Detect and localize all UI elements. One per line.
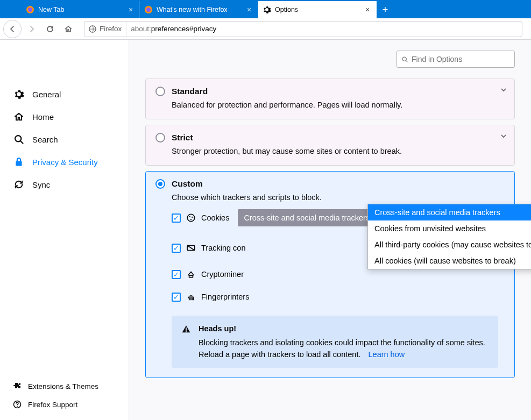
- panel-custom: Custom Choose which trackers and scripts…: [145, 171, 515, 378]
- check-label: Tracking con: [201, 244, 245, 252]
- lock-icon: [13, 156, 25, 168]
- close-icon[interactable]: ×: [363, 5, 372, 14]
- panel-title: Standard: [172, 87, 208, 96]
- row-cryptominers: ✓ Cryptominer: [172, 269, 505, 279]
- identity-label: Firefox: [100, 25, 122, 33]
- sidebar-footer-label: Firefox Support: [28, 401, 77, 409]
- panel-title: Custom: [172, 179, 203, 189]
- svg-point-5: [15, 136, 21, 141]
- reload-button[interactable]: [42, 21, 58, 37]
- tab-options[interactable]: Options ×: [258, 1, 377, 18]
- fingerprint-icon: [186, 292, 196, 302]
- sidebar-item-privacy[interactable]: Privacy & Security: [0, 151, 129, 173]
- chevron-down-icon[interactable]: [500, 133, 507, 139]
- dropdown-item[interactable]: Cookies from unvisited websites: [368, 220, 531, 237]
- sidebar-label: General: [32, 90, 61, 99]
- chevron-down-icon[interactable]: [500, 87, 507, 93]
- tab-label: Options: [275, 6, 363, 13]
- tab-strip: New Tab × What's new with Firefox × Opti…: [0, 0, 531, 18]
- tab-whatsnew[interactable]: What's new with Firefox ×: [140, 1, 258, 18]
- tab-label: New Tab: [38, 6, 126, 13]
- dropdown-item[interactable]: Cross-site and social media trackers: [368, 204, 531, 220]
- sidebar-support[interactable]: Firefox Support: [0, 395, 129, 414]
- url-bar[interactable]: Firefox about:preferences#privacy: [84, 21, 522, 37]
- svg-point-3: [146, 8, 151, 12]
- sidebar-label: Sync: [32, 180, 50, 189]
- nav-toolbar: Firefox about:preferences#privacy: [0, 18, 531, 40]
- checkbox-fingerprint[interactable]: ✓: [172, 293, 181, 302]
- panel-standard[interactable]: Standard Balanced for protection and per…: [145, 79, 515, 119]
- sidebar-item-search[interactable]: Search: [0, 128, 129, 151]
- svg-point-11: [192, 217, 193, 218]
- search-icon: [13, 133, 25, 145]
- alert-title: Heads up!: [199, 323, 488, 335]
- content-area: General Home Search Privacy & Security S…: [0, 40, 531, 420]
- gear-icon: [263, 5, 271, 14]
- panel-title: Strict: [172, 133, 193, 143]
- learn-link[interactable]: Learn how: [369, 350, 405, 359]
- sidebar-footer-label: Extensions & Themes: [28, 382, 98, 390]
- radio-custom[interactable]: [155, 179, 165, 189]
- panel-desc: Choose which trackers and scripts to blo…: [172, 193, 505, 202]
- dropdown-item[interactable]: All third-party cookies (may cause websi…: [368, 237, 531, 253]
- checkbox-cookies[interactable]: ✓: [172, 213, 181, 223]
- firefox-icon: [26, 5, 34, 14]
- check-label: Fingerprinters: [201, 293, 249, 301]
- sidebar-item-home[interactable]: Home: [0, 105, 129, 128]
- sidebar: General Home Search Privacy & Security S…: [0, 40, 129, 420]
- home-button[interactable]: [60, 21, 76, 37]
- tab-label: What's new with Firefox: [157, 6, 245, 13]
- panel-desc: Stronger protection, but may cause some …: [172, 147, 505, 155]
- panel-desc: Balanced for protection and performance.…: [172, 101, 505, 109]
- alert-headsup: Heads up! Blocking trackers and isolatin…: [172, 316, 498, 368]
- close-icon[interactable]: ×: [126, 5, 135, 14]
- options-search-input[interactable]: [412, 55, 510, 63]
- search-icon: [401, 56, 408, 63]
- alert-body: Blocking trackers and isolating cookies …: [199, 338, 485, 359]
- select-value: Cross-site and social media trackers: [244, 213, 370, 222]
- radio-standard[interactable]: [155, 87, 165, 96]
- cookies-dropdown: Cross-site and social media trackers Coo…: [367, 204, 531, 269]
- sync-icon: [13, 179, 25, 190]
- back-button[interactable]: [3, 20, 22, 38]
- identity-box[interactable]: Firefox: [84, 22, 126, 37]
- cookie-icon: [186, 213, 196, 223]
- warning-icon: [181, 324, 191, 360]
- options-search[interactable]: [397, 51, 515, 68]
- svg-point-10: [189, 216, 190, 217]
- check-label: Cryptominer: [201, 270, 244, 279]
- svg-rect-6: [16, 161, 22, 166]
- crypto-icon: [186, 269, 196, 279]
- panel-strict[interactable]: Strict Stronger protection, but may caus…: [145, 125, 515, 166]
- home-icon: [13, 111, 25, 123]
- sidebar-item-sync[interactable]: Sync: [0, 173, 129, 196]
- dropdown-item[interactable]: All cookies (will cause websites to brea…: [368, 253, 531, 269]
- tracking-icon: [186, 243, 196, 253]
- svg-point-8: [402, 57, 406, 61]
- firefox-icon: [144, 5, 153, 14]
- forward-button[interactable]: [24, 21, 40, 37]
- new-tab-button[interactable]: +: [377, 1, 394, 18]
- row-fingerprinters: ✓ Fingerprinters: [172, 292, 505, 302]
- gear-icon: [13, 88, 25, 100]
- svg-point-1: [28, 8, 32, 12]
- radio-strict[interactable]: [155, 133, 165, 143]
- sidebar-extensions[interactable]: Extensions & Themes: [0, 377, 129, 395]
- main-panel: Standard Balanced for protection and per…: [129, 40, 531, 420]
- close-icon[interactable]: ×: [245, 5, 253, 14]
- svg-point-12: [190, 219, 192, 220]
- checkbox-tracking[interactable]: ✓: [172, 244, 181, 253]
- sidebar-item-general[interactable]: General: [0, 83, 129, 105]
- url-text: about:preferences#privacy: [126, 25, 221, 33]
- sidebar-label: Privacy & Security: [32, 158, 98, 167]
- firefox-brand-icon: [89, 25, 96, 33]
- question-icon: [13, 400, 22, 409]
- sidebar-label: Home: [32, 112, 54, 122]
- checkbox-crypto[interactable]: ✓: [172, 270, 181, 279]
- tab-new[interactable]: New Tab ×: [22, 1, 140, 18]
- check-label: Cookies: [201, 213, 229, 222]
- svg-point-9: [187, 214, 195, 222]
- puzzle-icon: [13, 382, 22, 390]
- sidebar-label: Search: [32, 135, 58, 144]
